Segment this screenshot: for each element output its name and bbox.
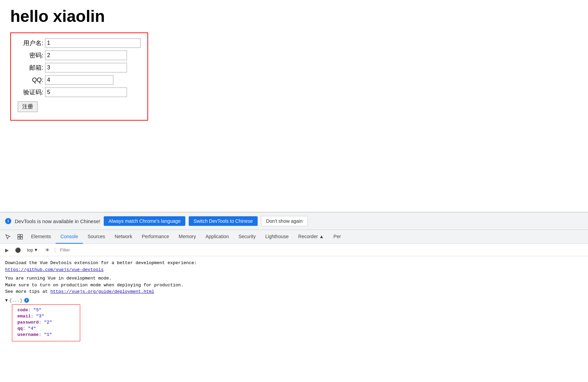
tab-recorder[interactable]: Recorder ▲ bbox=[293, 230, 329, 244]
devtools-toolbar: ▶ ⚫ top ▼ 👁 | bbox=[0, 244, 588, 256]
password-row: 密码: bbox=[18, 51, 141, 60]
submit-row: 注册 bbox=[18, 100, 141, 112]
svg-rect-1 bbox=[20, 234, 23, 236]
tab-network[interactable]: Network bbox=[110, 230, 137, 244]
email-label: 邮箱: bbox=[18, 64, 43, 72]
vue-devtools-link[interactable]: https://github.com/vuejs/vue-devtools bbox=[5, 267, 104, 272]
tab-sources[interactable]: Sources bbox=[83, 230, 110, 244]
vue-devtools-message: Download the Vue Devtools extension for … bbox=[5, 260, 583, 273]
qq-label: QQ: bbox=[18, 77, 43, 84]
tab-per[interactable]: Per bbox=[329, 230, 346, 244]
prop-username: username: "1" bbox=[17, 332, 75, 337]
console-object-toggle[interactable]: ▼ {...} i bbox=[5, 298, 583, 303]
qq-row: QQ: bbox=[18, 75, 141, 85]
filter-input[interactable] bbox=[58, 247, 585, 253]
prop-qq: qq: "4" bbox=[17, 326, 75, 331]
cursor-icon[interactable] bbox=[2, 230, 14, 244]
form-container: 用户名: 密码: 邮箱: QQ: 验证码: 注册 bbox=[10, 32, 148, 121]
deployment-link[interactable]: https://vuejs.org/guide/deployment.html bbox=[51, 289, 154, 294]
dropdown-arrow-icon: ▼ bbox=[34, 247, 38, 253]
password-input[interactable] bbox=[45, 51, 127, 60]
toolbar-divider: | bbox=[54, 247, 56, 253]
object-info-icon: i bbox=[24, 298, 29, 303]
tab-security[interactable]: Security bbox=[234, 230, 261, 244]
code-input[interactable] bbox=[45, 87, 127, 97]
tab-lighthouse[interactable]: Lighthouse bbox=[260, 230, 293, 244]
info-icon: i bbox=[5, 218, 11, 224]
page-content: hello xiaolin 用户名: 密码: 邮箱: QQ: 验证码: 注册 bbox=[0, 0, 588, 212]
username-row: 用户名: bbox=[18, 38, 141, 48]
svg-rect-2 bbox=[18, 237, 20, 239]
qq-input[interactable] bbox=[45, 75, 113, 85]
password-label: 密码: bbox=[18, 51, 43, 59]
code-label: 验证码: bbox=[18, 88, 43, 96]
tab-performance[interactable]: Performance bbox=[137, 230, 174, 244]
eye-icon[interactable]: 👁 bbox=[43, 246, 52, 254]
top-label: top bbox=[27, 247, 33, 253]
register-button[interactable]: 注册 bbox=[18, 101, 38, 112]
match-language-button[interactable]: Always match Chrome's language bbox=[104, 216, 185, 226]
code-row: 验证码: bbox=[18, 87, 141, 97]
context-selector[interactable]: top ▼ bbox=[25, 246, 41, 254]
svg-rect-0 bbox=[18, 234, 20, 236]
svg-rect-3 bbox=[20, 237, 23, 239]
prop-code: code: "5" bbox=[17, 308, 75, 313]
tab-console[interactable]: Console bbox=[56, 230, 83, 244]
switch-devtools-button[interactable]: Switch DevTools to Chinese bbox=[189, 216, 258, 226]
vue-mode-message: You are running Vue in development mode.… bbox=[5, 275, 583, 295]
dont-show-button[interactable]: Don't show again bbox=[261, 216, 308, 226]
username-label: 用户名: bbox=[18, 39, 43, 47]
tab-elements[interactable]: Elements bbox=[26, 230, 56, 244]
username-input[interactable] bbox=[45, 38, 141, 48]
stop-icon[interactable]: ⚫ bbox=[14, 246, 22, 254]
email-input[interactable] bbox=[45, 63, 127, 72]
console-output: Download the Vue Devtools extension for … bbox=[0, 256, 588, 345]
expand-icon: ▼ bbox=[5, 298, 8, 303]
devtools-tabs: Elements Console Sources Network Perform… bbox=[0, 230, 588, 244]
console-object-body: code: "5" email: "3" password: "2" qq: "… bbox=[12, 304, 80, 341]
play-icon[interactable]: ▶ bbox=[3, 246, 11, 254]
prop-email: email: "3" bbox=[17, 314, 75, 319]
inspect-icon[interactable] bbox=[14, 230, 26, 244]
banner-text: DevTools is now available in Chinese! bbox=[15, 218, 100, 224]
tab-application[interactable]: Application bbox=[201, 230, 234, 244]
devtools-panel: i DevTools is now available in Chinese! … bbox=[0, 212, 588, 345]
page-title: hello xiaolin bbox=[10, 7, 578, 26]
devtools-banner: i DevTools is now available in Chinese! … bbox=[0, 212, 588, 230]
tab-memory[interactable]: Memory bbox=[174, 230, 201, 244]
email-row: 邮箱: bbox=[18, 63, 141, 72]
prop-password: password: "2" bbox=[17, 320, 75, 325]
